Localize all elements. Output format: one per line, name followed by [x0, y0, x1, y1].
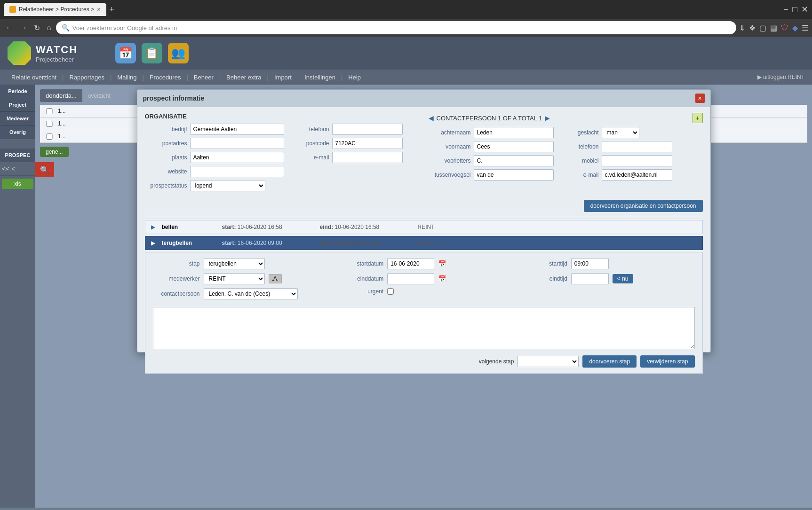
voornaam-input[interactable]	[474, 141, 554, 152]
now-button[interactable]: < nu	[613, 274, 633, 283]
website-row: website	[145, 166, 419, 177]
step-user-bellen: REINT	[418, 224, 435, 230]
mobiel-input[interactable]	[602, 155, 672, 166]
maximize-button[interactable]: □	[792, 5, 797, 15]
menu-rapportages[interactable]: Rapportages	[66, 72, 108, 83]
telefoon-input-contact[interactable]	[602, 141, 672, 152]
stap-select[interactable]: terugbellen bellen	[204, 258, 265, 269]
sidebar-medewerker[interactable]: Medewer	[0, 112, 35, 126]
dialog-body: ORGANISATIE bedrijf telefoon postadres p…	[137, 107, 710, 379]
minimize-button[interactable]: −	[784, 5, 789, 15]
contactpersoon-select[interactable]: Leden, C. van de (Cees)	[204, 288, 298, 299]
achternaam-input[interactable]	[474, 127, 554, 138]
back-button[interactable]: ←	[4, 22, 15, 34]
prev-contact-arrow[interactable]: ◀	[429, 114, 434, 122]
browser-tab[interactable]: Relatiebeheer > Procedures > ×	[4, 3, 106, 16]
menu-beheer-extra[interactable]: Beheer extra	[223, 72, 265, 83]
startdatum-row: startdatum 📅	[336, 258, 511, 269]
shield-icon[interactable]: 🛡	[781, 24, 788, 32]
einddatum-cal-icon[interactable]: 📅	[438, 275, 446, 282]
notes-textarea[interactable]	[153, 307, 695, 349]
menu-bar: Relatie overzicht | Rapportages | Mailin…	[0, 70, 812, 85]
xls-button[interactable]: xls	[2, 179, 33, 189]
worker-edit-button[interactable]: .A.	[269, 274, 282, 283]
telefoon-label-org: telefoon	[287, 126, 329, 133]
prospectstatus-row: prospectstatus lopend nieuw afgerond	[145, 180, 419, 191]
tasks-nav-icon[interactable]: 📋	[142, 43, 162, 63]
sidebar-prospects-label: PROSPEC	[5, 152, 31, 158]
logo-cube	[8, 41, 31, 65]
sidebar-collapse-row[interactable]: << <	[0, 162, 35, 176]
voorletters-input[interactable]	[474, 155, 554, 166]
extensions-icon[interactable]: ▢	[759, 24, 766, 32]
urgent-checkbox[interactable]	[387, 288, 394, 295]
verwijderen-stap-button[interactable]: verwijderen stap	[640, 355, 694, 368]
puzzle-icon[interactable]: ◆	[792, 24, 798, 32]
step-row-bellen[interactable]: ▶ bellen start: 10-06-2020 16:58 eind: 1…	[145, 220, 703, 234]
step-row-terugbellen[interactable]: ▶ terugbellen start: 16-06-2020 09:00 ei…	[145, 236, 703, 250]
sidebar-periode[interactable]: Periode	[0, 85, 35, 98]
contact-nav-text: CONTACTPERSOON 1 OF A TOTAL 1	[437, 115, 542, 122]
home-button[interactable]: ⌂	[45, 22, 53, 34]
startdatum-input[interactable]	[387, 258, 434, 269]
plaats-input[interactable]	[190, 152, 284, 163]
menu-icon[interactable]: ☰	[802, 24, 808, 32]
telefoon-input-org[interactable]	[332, 124, 403, 135]
bedrijf-input[interactable]	[190, 124, 284, 135]
download-icon[interactable]: ⇓	[739, 24, 745, 32]
postadres-input[interactable]	[190, 138, 284, 149]
volgende-stap-select[interactable]	[517, 356, 579, 367]
address-bar: 🔍 Voer zoekterm voor Google of adres in	[56, 21, 736, 34]
menu-procedures[interactable]: Procedures	[146, 72, 184, 83]
einddatum-row: einddatum 📅	[336, 273, 511, 284]
tussenvoegsel-input[interactable]	[474, 169, 554, 180]
website-input[interactable]	[190, 166, 284, 177]
add-contact-button[interactable]: +	[693, 113, 703, 123]
eindtijd-input[interactable]	[571, 273, 609, 284]
new-tab-button[interactable]: +	[109, 5, 114, 15]
org-right: ◀ CONTACTPERSOON 1 OF A TOTAL 1 ▶ + acht…	[429, 113, 703, 194]
email-input-contact[interactable]	[602, 169, 672, 180]
contact-nav: ◀ CONTACTPERSOON 1 OF A TOTAL 1 ▶	[429, 114, 550, 122]
email-input-org[interactable]	[332, 152, 403, 163]
menu-relatie-overzicht[interactable]: Relatie overzicht	[8, 72, 60, 83]
menu-import[interactable]: Import	[271, 72, 295, 83]
sidebar-project[interactable]: Project	[0, 98, 35, 112]
contactpersoon-row: contactpersoon Leden, C. van de (Cees)	[153, 288, 327, 299]
dialog-title: prospect informatie	[143, 94, 205, 102]
address-bar-text[interactable]: Voer zoekterm voor Google of adres in	[72, 24, 731, 31]
doorvoeren-stap-button[interactable]: doorvoeren stap	[582, 355, 637, 368]
achternaam-label: achternaam	[429, 129, 471, 136]
medewerker-select[interactable]: REINT	[204, 273, 265, 284]
step-actions: volgende stap doorvoeren stap verwijdere…	[153, 355, 695, 368]
starttijd-input[interactable]	[571, 258, 609, 269]
search-icon: 🔍	[62, 24, 70, 31]
menu-mailing[interactable]: Mailing	[113, 72, 140, 83]
forward-button[interactable]: →	[18, 22, 29, 34]
step-detail-form: stap terugbellen bellen medewerker REINT	[145, 252, 703, 374]
prospectstatus-select[interactable]: lopend nieuw afgerond	[190, 180, 265, 191]
tab-close-button[interactable]: ×	[97, 6, 101, 13]
reload-button[interactable]: ↻	[32, 22, 42, 34]
email-label-org: e-mail	[287, 154, 329, 161]
calendar-nav-icon[interactable]: 📅	[115, 43, 136, 63]
dialog-close-button[interactable]: ×	[695, 94, 705, 103]
plaats-row: plaats e-mail	[145, 152, 419, 163]
logout-label[interactable]: uitloggen REINT	[763, 74, 804, 80]
bookmarks-icon[interactable]: ❖	[749, 24, 756, 32]
qr-icon[interactable]: ▦	[770, 24, 777, 32]
startdatum-cal-icon[interactable]: 📅	[438, 260, 446, 267]
postcode-input[interactable]	[332, 138, 403, 149]
doorvoeren-org-button[interactable]: doorvoeren organisatie en contactpersoon	[584, 200, 703, 212]
sidebar-overig[interactable]: Overig	[0, 126, 35, 139]
menu-beheer[interactable]: Beheer	[190, 72, 217, 83]
step-start-bellen: start: 10-06-2020 16:58	[222, 224, 316, 230]
sidebar-prospects[interactable]: PROSPEC	[0, 149, 35, 162]
close-window-button[interactable]: ✕	[801, 4, 808, 15]
geslacht-select[interactable]: man vrouw	[602, 127, 639, 138]
einddatum-input[interactable]	[387, 273, 434, 284]
contacts-nav-icon[interactable]: 👥	[168, 43, 189, 63]
menu-instellingen[interactable]: Instellingen	[301, 72, 339, 83]
next-contact-arrow[interactable]: ▶	[545, 114, 550, 122]
menu-help[interactable]: Help	[344, 72, 365, 83]
